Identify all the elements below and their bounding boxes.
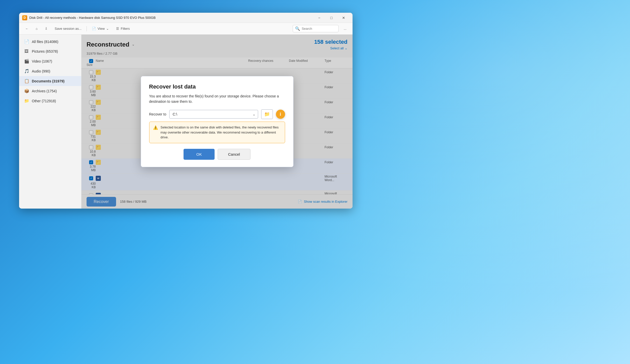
- window-controls: − □ ✕: [313, 14, 349, 22]
- path-select-wrapper: C:\ D:\ E:\ ⌄: [169, 110, 258, 119]
- sidebar-item-audio[interactable]: 🎵 Audio (990): [19, 66, 81, 76]
- path-select[interactable]: C:\ D:\ E:\: [169, 110, 258, 119]
- close-button[interactable]: ✕: [338, 14, 349, 22]
- chevron-down-icon: ⌄: [106, 27, 109, 31]
- back-button[interactable]: ←: [23, 26, 31, 32]
- filters-label: Filters: [121, 27, 130, 31]
- sidebar-item-archives[interactable]: 📦 Archives (1754): [19, 86, 81, 96]
- recover-to-label: Recover to: [149, 112, 166, 116]
- browse-folder-button[interactable]: 📁: [261, 109, 273, 119]
- toolbar-separator: [87, 26, 87, 31]
- app-window: D Disk Drill - All recovery methods - Ha…: [19, 13, 353, 209]
- sidebar-item-label: Other (712918): [32, 99, 56, 103]
- warning-text: Selected location is on the same disk wi…: [161, 125, 281, 140]
- video-icon: 🎬: [24, 59, 29, 64]
- ok-button[interactable]: OK: [184, 149, 215, 160]
- recover-dialog: Recover lost data You are about to recov…: [141, 76, 293, 167]
- info-icon: i: [280, 112, 281, 117]
- download-button[interactable]: ⇩: [43, 26, 50, 32]
- modal-title: Recover lost data: [149, 83, 285, 90]
- sidebar-item-documents[interactable]: 📋 Documents (31979): [19, 76, 81, 86]
- modal-overlay: Recover lost data You are about to recov…: [81, 35, 353, 209]
- app-icon: D: [22, 15, 27, 20]
- other-icon: 📁: [24, 98, 29, 103]
- filters-icon: ☰: [116, 27, 119, 31]
- file-view-icon: 📄: [92, 27, 96, 31]
- save-session-button[interactable]: Save session as...: [53, 26, 84, 32]
- back-icon: ←: [25, 27, 29, 31]
- more-button[interactable]: ...: [342, 26, 348, 32]
- sidebar-item-label: Documents (31979): [32, 79, 64, 83]
- sidebar-item-label: All files (814086): [32, 40, 58, 44]
- documents-icon: 📋: [24, 79, 29, 83]
- sidebar-item-label: Audio (990): [32, 69, 50, 73]
- sidebar-item-label: Pictures (65378): [32, 49, 58, 53]
- sidebar-item-video[interactable]: 🎬 Video (1067): [19, 56, 81, 66]
- search-input[interactable]: [302, 27, 332, 31]
- save-session-label: Save session as...: [55, 27, 82, 31]
- all-files-icon: 📄: [24, 39, 29, 44]
- recover-to-row: Recover to C:\ D:\ E:\ ⌄ 📁: [149, 109, 285, 119]
- sidebar-item-all-files[interactable]: 📄 All files (814086): [19, 37, 81, 47]
- window-title: Disk Drill - All recovery methods - Hard…: [29, 16, 313, 20]
- main-content: 📄 All files (814086) 🖼 Pictures (65378) …: [19, 35, 353, 209]
- search-icon: 🔍: [295, 26, 300, 31]
- cancel-button[interactable]: Cancel: [218, 149, 250, 160]
- sidebar-item-pictures[interactable]: 🖼 Pictures (65378): [19, 47, 81, 56]
- sidebar-item-other[interactable]: 📁 Other (712918): [19, 96, 81, 106]
- home-button[interactable]: ⌂: [34, 26, 40, 32]
- filters-button[interactable]: ☰ Filters: [114, 26, 132, 32]
- file-area: Reconstructed ⌄ 158 selected Select all …: [81, 35, 353, 209]
- sidebar-item-label: Archives (1754): [32, 89, 57, 93]
- modal-buttons: OK Cancel: [149, 149, 285, 160]
- modal-description: You are about to recover the file(s) fou…: [149, 94, 285, 104]
- warning-icon: ⚠️: [153, 125, 158, 130]
- minimize-button[interactable]: −: [313, 14, 325, 22]
- title-bar: D Disk Drill - All recovery methods - Ha…: [19, 13, 353, 23]
- download-icon: ⇩: [45, 27, 48, 31]
- info-button[interactable]: i: [276, 110, 285, 119]
- search-box: 🔍: [293, 25, 339, 32]
- audio-icon: 🎵: [24, 69, 29, 74]
- home-icon: ⌂: [36, 27, 38, 31]
- sidebar: 📄 All files (814086) 🖼 Pictures (65378) …: [19, 35, 81, 209]
- view-button[interactable]: 📄 View ⌄: [90, 26, 111, 32]
- view-label: View: [97, 27, 105, 31]
- warning-box: ⚠️ Selected location is on the same disk…: [149, 122, 285, 143]
- toolbar: ← ⌂ ⇩ Save session as... 📄 View ⌄ ☰ Filt…: [19, 23, 353, 35]
- archives-icon: 📦: [24, 89, 29, 93]
- sidebar-item-label: Video (1067): [32, 59, 52, 63]
- folder-browse-icon: 📁: [264, 111, 270, 117]
- more-icon: ...: [344, 27, 346, 31]
- pictures-icon: 🖼: [24, 49, 29, 54]
- maximize-button[interactable]: □: [326, 14, 337, 22]
